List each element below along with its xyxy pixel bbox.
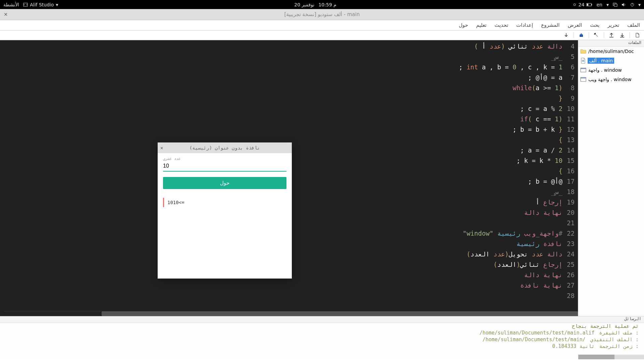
messages-panel: الرسائل ثم عملية الترجمة بنجاح/home/suli… (0, 316, 644, 359)
svg-rect-13 (582, 60, 584, 61)
win-icon (580, 77, 586, 82)
svg-rect-18 (581, 77, 586, 78)
code-icon (23, 2, 28, 7)
toolbar (0, 31, 644, 40)
code-editor[interactable]: 4567891011121314151617181920212223242526… (4, 40, 578, 316)
messages-hscroll[interactable] (578, 355, 644, 359)
volume-icon[interactable] (622, 3, 626, 7)
file-label: ألف . main (588, 58, 614, 64)
svg-rect-9 (580, 35, 583, 37)
window-titlebar: ✕ ألف ستوديو [نسخة تجريبية] - main (0, 9, 644, 20)
menu-learn[interactable]: تعليم (472, 22, 491, 28)
file-item[interactable]: ألف . main (578, 56, 644, 65)
svg-rect-14 (582, 61, 584, 62)
activities-button[interactable]: الأنشطة (3, 2, 19, 7)
new-file-button[interactable] (633, 32, 642, 39)
file-label: واجهة . window (588, 67, 622, 73)
file-item[interactable]: واجهة . window (578, 65, 644, 75)
menu-file[interactable]: الملف (623, 22, 644, 28)
battery-icon (586, 3, 592, 6)
battery-pct: 24 (579, 2, 585, 7)
message-row: /home/suliman/Documents/test/main.alif: … (0, 329, 644, 336)
lang-indicator[interactable]: en (596, 2, 602, 7)
window-title: ألف ستوديو [نسخة تجريبية] - main (0, 11, 644, 17)
svg-rect-6 (614, 4, 617, 6)
power-icon[interactable] (630, 3, 634, 7)
menu-settings[interactable]: إعدادات (512, 22, 537, 28)
svg-point-1 (574, 4, 576, 6)
decimal-input[interactable] (163, 161, 286, 172)
run-down-button[interactable] (561, 32, 571, 39)
dropdown-icon: ▾ (56, 2, 58, 7)
menu-update[interactable]: تحديث (490, 22, 512, 28)
alif-icon (580, 58, 586, 64)
message-row: /home/suliman/Documents/test/main/: المل… (0, 336, 644, 343)
build-button[interactable] (577, 32, 586, 39)
brightness-icon (573, 3, 577, 7)
system-bar: الأنشطة Alif Studio ▾ 20 نوفمبر 10:59 م … (0, 0, 644, 9)
clock[interactable]: 20 نوفمبر 10:59 م (294, 2, 336, 7)
svg-rect-0 (23, 3, 28, 6)
file-item[interactable]: /home/suliman/Doc (578, 47, 644, 56)
menu-about[interactable]: حول (455, 22, 472, 28)
export-button[interactable] (607, 32, 616, 39)
menu-search[interactable]: بحث (586, 22, 604, 28)
message-row: ثم عملية الترجمة بنجاح (0, 323, 644, 329)
message-row: 0.184333 ثانية: زمن الترجمة (0, 343, 644, 350)
file-label: /home/suliman/Doc (588, 49, 634, 54)
svg-rect-3 (591, 4, 592, 5)
dropdown-icon: ▾ (638, 2, 641, 7)
window-close-button[interactable]: ✕ (3, 11, 9, 17)
file-sidebar: الملفات /home/suliman/Docألف . mainواجهة… (578, 40, 644, 316)
preview-dialog: ✕ (رئيسية) نافذة بدون عنوان عدد عشري حول… (158, 142, 292, 279)
dialog-title: (رئيسية) نافذة بدون عنوان (158, 145, 292, 150)
tool-button[interactable] (592, 32, 601, 39)
editor-hscroll[interactable] (4, 311, 578, 316)
messages-header: الرسائل (0, 316, 644, 323)
field-label: عدد عشري (163, 157, 286, 161)
file-label: واجهة ويب . window (588, 77, 632, 82)
sidebar-header: الملفات (578, 40, 644, 47)
windows-icon[interactable] (613, 3, 618, 7)
menu-edit[interactable]: تحرير (604, 22, 624, 28)
menu-view[interactable]: العرض (564, 22, 586, 28)
dialog-close-button[interactable]: ✕ (160, 145, 163, 150)
convert-button[interactable]: حول (163, 177, 286, 189)
svg-marker-10 (580, 33, 583, 35)
import-button[interactable] (618, 32, 627, 39)
svg-rect-16 (581, 68, 586, 69)
dropdown-icon: ▾ (606, 2, 609, 7)
svg-rect-4 (587, 4, 588, 6)
menu-project[interactable]: المشروع (537, 22, 564, 28)
line-gutter: 4567891011121314151617181920212223242526… (562, 40, 578, 316)
app-menu[interactable]: Alif Studio ▾ (23, 2, 58, 7)
menubar: حول تعليم تحديث إعدادات المشروع العرض بح… (0, 20, 644, 31)
folder-icon (580, 49, 586, 54)
file-item[interactable]: واجهة ويب . window (578, 75, 644, 84)
result-output: 1010<= (163, 198, 286, 207)
win-icon (580, 67, 586, 73)
